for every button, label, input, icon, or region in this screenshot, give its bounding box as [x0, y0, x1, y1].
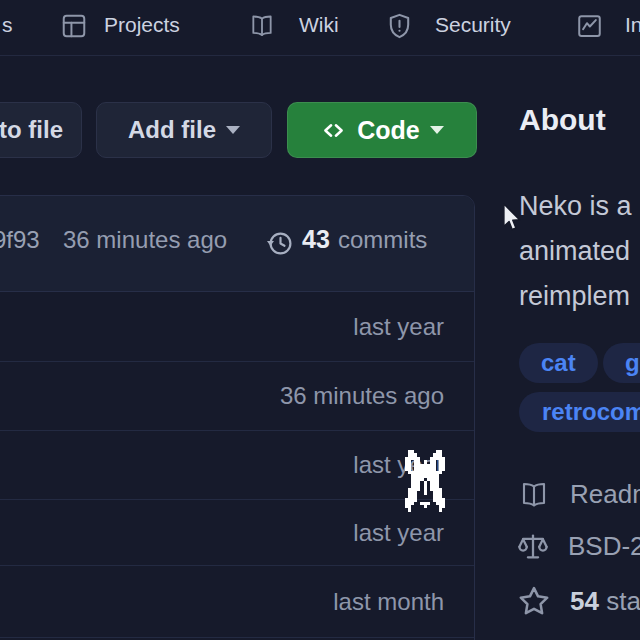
- license-label: BSD-2: [568, 531, 640, 562]
- go-to-file-label: Go to file: [0, 116, 63, 144]
- code-button[interactable]: Code: [287, 102, 477, 158]
- tab-insights-partial[interactable]: In: [625, 13, 640, 37]
- stars-label: stars: [606, 586, 640, 616]
- commit-time[interactable]: 36 minutes ago: [63, 226, 227, 254]
- topic-tag-cat[interactable]: cat: [519, 343, 598, 383]
- commit-hash[interactable]: 9f93: [0, 226, 40, 254]
- file-row[interactable]: 36 minutes ago: [0, 362, 474, 431]
- code-label: Code: [357, 116, 420, 145]
- file-updated-date[interactable]: 36 minutes ago: [280, 382, 444, 410]
- latest-commit-bar: 9f93 36 minutes ago 43 commits: [0, 196, 474, 292]
- tab-projects[interactable]: Projects: [104, 13, 180, 37]
- tab-actions-partial[interactable]: s: [2, 13, 13, 37]
- chevron-down-icon: [430, 126, 444, 134]
- mouse-cursor-icon: [502, 203, 522, 235]
- description-line: animated: [519, 229, 632, 274]
- topic-tag-label: cat: [541, 349, 576, 377]
- history-icon: [266, 229, 295, 262]
- topic-tag-label: retrocomp: [542, 398, 640, 426]
- file-table: 9f93 36 minutes ago 43 commits last year…: [0, 195, 475, 640]
- file-row[interactable]: last year: [0, 292, 474, 362]
- about-heading: About: [519, 103, 606, 137]
- security-shield-icon: [385, 11, 414, 41]
- file-updated-date[interactable]: last month: [333, 588, 444, 616]
- wiki-book-icon: [248, 13, 276, 39]
- code-brackets-icon: [320, 119, 347, 142]
- commits-label[interactable]: commits: [338, 226, 427, 254]
- readme-label: Readme: [570, 479, 640, 510]
- file-updated-date[interactable]: last year: [353, 519, 444, 547]
- file-row[interactable]: last year: [0, 500, 474, 566]
- repo-description: Neko is a animated reimplem: [519, 184, 632, 319]
- neko-cat-sprite: [405, 450, 445, 512]
- repo-tab-bar: s Projects Wiki Security In: [0, 0, 640, 56]
- topic-tag-go[interactable]: go: [603, 343, 640, 383]
- readme-book-icon: [516, 480, 552, 510]
- topic-tag-label: go: [625, 349, 640, 377]
- commit-count[interactable]: 43: [302, 225, 330, 254]
- description-line: reimplem: [519, 274, 632, 319]
- stars-count: 54: [570, 586, 599, 616]
- chevron-down-icon: [226, 126, 240, 134]
- file-row[interactable]: last year: [0, 431, 474, 500]
- description-line: Neko is a: [519, 184, 632, 229]
- file-row[interactable]: last month: [0, 566, 474, 638]
- go-to-file-button[interactable]: Go to file: [0, 102, 82, 158]
- readme-link[interactable]: Readme: [516, 479, 640, 510]
- star-icon: [516, 583, 552, 619]
- license-scales-icon: [516, 527, 550, 565]
- license-link[interactable]: BSD-2: [516, 527, 640, 565]
- stars-link[interactable]: 54 stars: [516, 583, 640, 619]
- topic-tag-retrocomputing[interactable]: retrocomp: [519, 392, 640, 432]
- file-updated-date[interactable]: last year: [353, 313, 444, 341]
- projects-icon: [60, 12, 88, 40]
- add-file-button[interactable]: Add file: [96, 102, 272, 158]
- tab-wiki[interactable]: Wiki: [299, 13, 339, 37]
- tab-security[interactable]: Security: [435, 13, 511, 37]
- add-file-label: Add file: [128, 116, 216, 144]
- insights-graph-icon: [575, 12, 604, 40]
